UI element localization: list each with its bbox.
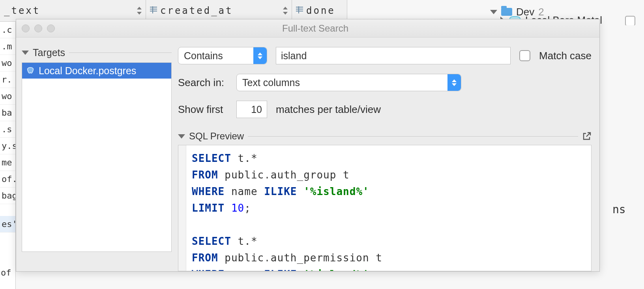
postgres-icon <box>26 66 35 75</box>
targets-list[interactable]: Local Docker.postgres <box>22 62 172 252</box>
cell-fragment: wo <box>0 88 15 105</box>
divider <box>248 136 578 137</box>
cell-fragment: y.s <box>0 138 15 154</box>
match-case-label: Match case <box>539 50 592 62</box>
tree-checkbox[interactable] <box>625 16 635 26</box>
sort-updown-icon[interactable] <box>282 7 288 15</box>
column-header-created-at[interactable]: created_at <box>146 0 292 21</box>
column-label: _text <box>4 5 40 16</box>
window-controls <box>22 24 55 32</box>
select-value: Contains <box>184 50 223 62</box>
dropdown-icon[interactable] <box>447 74 461 91</box>
select-value: Text columns <box>242 77 300 88</box>
cell-fragment: wo <box>0 55 15 71</box>
column-label: done <box>306 5 335 16</box>
chevron-down-icon[interactable] <box>178 134 185 139</box>
cell-fragment: of <box>0 265 16 281</box>
column-type-icon <box>296 7 303 14</box>
targets-label: Targets <box>33 47 65 58</box>
match-mode-select[interactable]: Contains <box>178 47 267 64</box>
column-header-text[interactable]: _text <box>0 0 146 21</box>
close-icon[interactable] <box>22 24 30 32</box>
sql-preview-label: SQL Preview <box>189 131 244 142</box>
input-value: island <box>281 50 307 62</box>
zoom-icon[interactable] <box>47 24 55 32</box>
open-external-icon[interactable] <box>582 131 592 141</box>
cell-fragment: me <box>0 154 15 171</box>
chevron-down-icon[interactable] <box>490 10 497 14</box>
sort-updown-icon[interactable] <box>136 7 142 15</box>
cell-fragment: .c <box>0 22 15 38</box>
row-gutter: .c .m wo r. wo ba .s y.s me of. bag es' … <box>0 22 16 289</box>
dropdown-icon[interactable] <box>253 47 267 64</box>
cell-fragment: .s <box>0 121 15 138</box>
text-fragment: ns <box>612 203 626 216</box>
divider <box>69 53 172 53</box>
cell-fragment-selected: es' <box>0 216 15 233</box>
editor-gutter <box>178 145 186 271</box>
chevron-down-icon[interactable] <box>22 51 29 55</box>
target-item-label: Local Docker.postgres <box>39 65 136 77</box>
show-first-label: Show first <box>178 103 228 116</box>
show-first-input[interactable]: 10 <box>236 101 267 118</box>
target-item-local-docker[interactable]: Local Docker.postgres <box>22 63 171 79</box>
match-case-checkbox[interactable] <box>519 50 530 61</box>
sql-code[interactable]: SELECT t.* FROM public.auth_group t WHER… <box>186 145 591 271</box>
column-header-done[interactable]: done <box>292 0 347 21</box>
search-pane: Contains island Match case Search in: Te… <box>178 47 592 271</box>
right-strip: ns <box>597 25 644 289</box>
input-value: 10 <box>251 104 262 115</box>
cell-fragment: bag <box>0 188 15 204</box>
search-in-select[interactable]: Text columns <box>236 74 461 91</box>
minimize-icon[interactable] <box>34 24 42 32</box>
cell-fragment: of. <box>0 171 15 188</box>
cell-fragment: r. <box>0 71 15 88</box>
column-headers: _text created_at done <box>0 0 347 22</box>
cell-fragment: .m <box>0 38 15 55</box>
dialog-title: Full-text Search <box>55 23 599 34</box>
targets-pane: Targets Local Docker.postgres <box>22 47 178 271</box>
sql-preview: SELECT t.* FROM public.auth_group t WHER… <box>178 145 592 271</box>
search-query-input[interactable]: island <box>276 47 511 64</box>
column-label: created_at <box>160 5 233 16</box>
fulltext-search-dialog: Full-text Search Targets Local Docker.po… <box>16 19 600 272</box>
column-type-icon <box>150 7 157 14</box>
titlebar: Full-text Search <box>16 19 599 38</box>
cell-fragment: ba <box>0 105 15 121</box>
search-in-label: Search in: <box>178 77 228 89</box>
matches-per-label: matches per table/view <box>276 103 381 116</box>
